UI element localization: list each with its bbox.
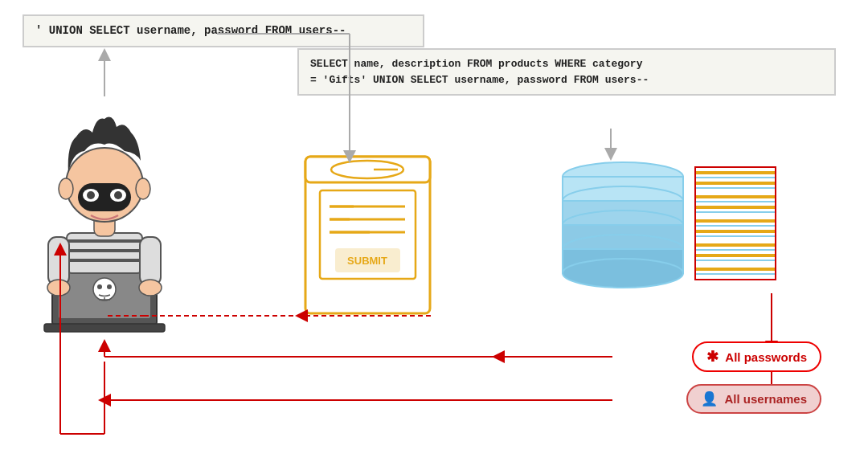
web-form: SUBMIT: [305, 157, 430, 313]
svg-text:SUBMIT: SUBMIT: [347, 255, 387, 267]
main-canvas: ' UNION SELECT username, password FROM u…: [0, 0, 868, 466]
database: [563, 162, 776, 288]
svg-point-2: [93, 278, 116, 300]
svg-rect-1: [59, 272, 150, 318]
svg-rect-36: [336, 249, 399, 272]
svg-point-22: [114, 191, 122, 199]
svg-rect-16: [94, 209, 115, 236]
svg-point-24: [136, 178, 150, 199]
svg-rect-26: [305, 157, 430, 182]
svg-point-42: [563, 211, 683, 239]
svg-rect-41: [563, 201, 683, 225]
svg-rect-29: [320, 190, 416, 279]
svg-point-46: [563, 259, 683, 288]
usernames-text: All usernames: [724, 392, 807, 406]
hacker-figure: [44, 117, 165, 332]
svg-point-27: [331, 161, 403, 178]
svg-point-44: [563, 235, 683, 264]
asterisk-icon: ✱: [706, 348, 719, 366]
svg-rect-39: [563, 177, 683, 201]
svg-point-19: [83, 189, 99, 202]
user-icon: 👤: [701, 390, 718, 407]
svg-point-20: [110, 189, 126, 202]
svg-point-21: [87, 191, 95, 199]
svg-rect-45: [563, 249, 683, 273]
svg-point-23: [59, 178, 73, 199]
svg-point-17: [66, 148, 143, 222]
svg-point-38: [563, 162, 683, 191]
svg-rect-13: [140, 237, 161, 285]
passwords-label: ✱ All passwords: [692, 341, 821, 372]
svg-rect-18: [78, 183, 131, 211]
sql-query-2: SELECT name, description FROM products W…: [297, 48, 836, 96]
svg-point-14: [47, 280, 70, 296]
svg-rect-7: [44, 324, 165, 332]
svg-point-4: [107, 284, 112, 289]
svg-rect-8: [67, 233, 142, 273]
svg-rect-12: [48, 237, 69, 285]
svg-rect-43: [563, 225, 683, 249]
svg-rect-65: [695, 167, 776, 280]
svg-rect-25: [305, 157, 430, 313]
usernames-label: 👤 All usernames: [686, 384, 821, 414]
svg-rect-0: [52, 265, 157, 325]
svg-point-15: [139, 280, 162, 296]
sql-query-1: ' UNION SELECT username, password FROM u…: [23, 14, 424, 47]
svg-point-40: [563, 186, 683, 215]
svg-point-3: [97, 284, 102, 289]
